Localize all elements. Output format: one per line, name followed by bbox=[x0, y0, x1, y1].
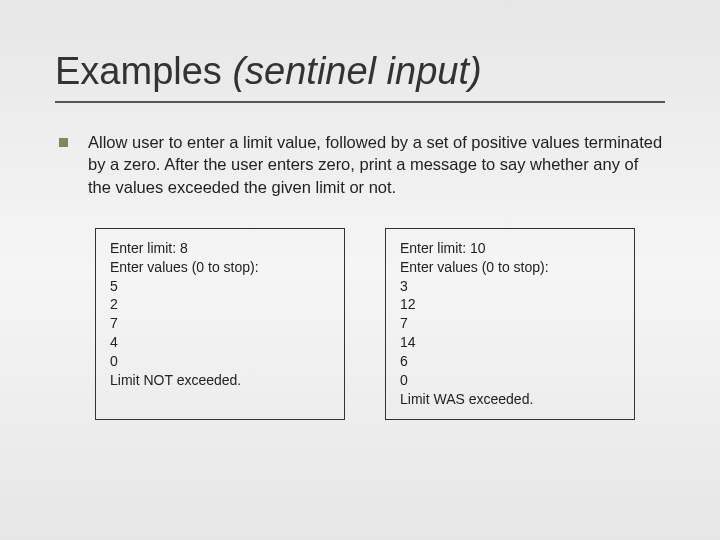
example-box-2: Enter limit: 10 Enter values (0 to stop)… bbox=[385, 228, 635, 420]
bullet-item: Allow user to enter a limit value, follo… bbox=[55, 131, 665, 198]
slide: Examples (sentinel input) Allow user to … bbox=[0, 0, 720, 460]
bullet-icon bbox=[59, 138, 68, 147]
description-text: Allow user to enter a limit value, follo… bbox=[88, 131, 665, 198]
example-box-1: Enter limit: 8 Enter values (0 to stop):… bbox=[95, 228, 345, 420]
title-sub: (sentinel input) bbox=[232, 50, 481, 92]
slide-title: Examples (sentinel input) bbox=[55, 50, 665, 103]
title-main: Examples bbox=[55, 50, 232, 92]
examples-container: Enter limit: 8 Enter values (0 to stop):… bbox=[95, 228, 665, 420]
